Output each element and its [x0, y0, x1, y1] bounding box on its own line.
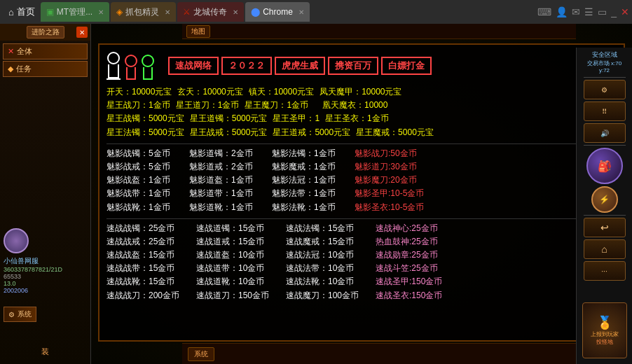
sz-xz3: 速战勋章:25金币 [376, 248, 438, 262]
mail-icon: ✉ [572, 6, 580, 18]
my-zd: 魅影战刀:50金币 [355, 147, 417, 160]
my-zk3: 魅影战盔：1金币 [107, 174, 184, 187]
skill-icon: ⚡ [599, 195, 610, 204]
settings-btn[interactable]: ⚙ [584, 80, 626, 99]
sz-sy6: 速战圣衣:150金币 [376, 289, 442, 302]
special-feature-btn[interactable]: 🏅 上报到玩家 投怪地 [582, 302, 627, 358]
bottom-bar: 系统 [182, 343, 576, 364]
item-xwzj: 星王战戒：5000元宝 [190, 126, 268, 139]
sz-fz1: 速战法镯：15金币 [286, 222, 370, 235]
meiying-line-5: 魅影战靴：1金币 魅影道靴：1金币 魅影法靴：1金币 魅影圣衣:10-5金币 [107, 201, 617, 214]
meiying-line-4: 魅影战带：1金币 魅影道带：1金币 魅影法带：1金币 魅影圣甲:10-5金币 [107, 187, 617, 200]
map-btn[interactable]: 地图 [186, 25, 210, 38]
system-bottom-btn[interactable]: 系统 [188, 347, 214, 361]
server-btn-4[interactable]: 携资百万 [328, 57, 378, 75]
sz-dj2: 速战道戒：15金币 [196, 235, 280, 248]
item-line-3: 星王战镯：5000元宝 星王道镯：5000元宝 星王圣甲：1 星王圣衣：1金币 [107, 112, 617, 125]
char-white-head [107, 52, 120, 64]
more-btn[interactable]: ··· [584, 261, 626, 281]
menu-item-all-label: 全体 [17, 46, 32, 57]
server-btn-2[interactable]: ２０２２ [221, 57, 272, 75]
top-mini-bar: 地图 [182, 24, 576, 39]
tab-chrome[interactable]: ⬤ Chrome ✕ [245, 2, 310, 22]
rt-separator-1 [584, 77, 626, 78]
tab-mt[interactable]: ▣ MT管理... ✕ [41, 2, 109, 22]
sz-md6: 速战魔刀：100金币 [286, 289, 370, 302]
home-game-btn[interactable]: ⌂ [584, 239, 626, 259]
tab-grab[interactable]: ◈ 抓包精灵 ✕ [111, 2, 176, 22]
gamepad-icon: ⌨ [537, 6, 551, 18]
sz-sx1: 速战神心:25金币 [376, 222, 438, 235]
skill-btn[interactable]: ⚡ [591, 186, 618, 213]
my-dk3: 魅影道盔：1金币 [189, 174, 266, 187]
my-zj2: 魅影战戒：5金币 [107, 160, 184, 174]
char-red-body [126, 67, 136, 80]
menu-icon: ☰ [584, 6, 593, 18]
equip-area: 装 [4, 346, 87, 357]
tab-grab-label: 抓包精灵 [125, 6, 159, 18]
sz-sj5: 速战圣甲:150金币 [376, 275, 442, 288]
tab-mt-close[interactable]: ✕ [98, 8, 104, 16]
my-md: 魅影魔刀:20金币 [355, 174, 417, 187]
menu-item-all[interactable]: ✕ 全体 [3, 43, 88, 59]
item-xwsj: 星王圣甲：1 [273, 112, 320, 125]
char-green [142, 55, 154, 80]
close-icon[interactable]: ✕ [621, 6, 629, 18]
grid-btn[interactable]: ⠿ [584, 102, 626, 121]
player-mp: 2002006 [4, 287, 62, 294]
my-zb4: 魅影战带：1金币 [107, 187, 184, 200]
suzhan-line-6: 速战战刀：200金币 速战道刀：150金币 速战魔刀：100金币 速战圣衣:15… [107, 289, 617, 302]
sz-db4: 速战道带：10金币 [196, 262, 280, 275]
coord-text: 安全区域 [584, 50, 626, 59]
my-fx5: 魅影法靴：1金币 [272, 201, 349, 214]
backpack-icon: 🎒 [598, 160, 612, 173]
server-btn-5[interactable]: 白嫖打金 [381, 57, 432, 75]
grab-icon: ◈ [116, 7, 123, 17]
my-sy5: 魅影圣衣:10-5金币 [355, 201, 424, 214]
sidebar-close[interactable]: ✕ [76, 27, 88, 38]
player-avatar [4, 228, 29, 253]
server-btn-3[interactable]: 虎虎生威 [275, 57, 325, 75]
info-panel[interactable]: 速战网络 ２０２２ 虎虎生威 携资百万 白嫖打金 [98, 43, 625, 342]
backpack-btn[interactable]: 🎒 [586, 148, 623, 184]
advance-btn[interactable]: 进阶之路 [27, 26, 64, 38]
char-display: 速战网络 ２０２２ 虎虎生威 携资百万 白嫖打金 [107, 52, 617, 80]
menu-item-task[interactable]: ◆ 任务 [3, 61, 88, 77]
system-area: ⚙ 系统 [4, 307, 36, 322]
tab-dragon-close[interactable]: ✕ [233, 8, 238, 16]
volume-btn[interactable]: 🔊 [584, 123, 626, 143]
home-tab[interactable]: ⌂ 首页 [3, 6, 41, 18]
sz-zd6: 速战战刀：200金币 [107, 289, 191, 302]
item-line-4: 星王法镯：5000元宝 星王战戒：5000元宝 星王道戒：5000元宝 星王魔戒… [107, 126, 617, 139]
system-btn[interactable]: ⚙ 系统 [4, 307, 36, 322]
item-xwfz: 星王法镯：5000元宝 [107, 126, 184, 139]
premium-items-section: 开天：10000元宝 玄天：10000元宝 镇天：10000元宝 凤天魔甲：10… [107, 85, 617, 139]
task-icon: ◆ [8, 64, 13, 74]
item-xwzh: 星王战镯：5000元宝 [107, 112, 184, 125]
my-dj2: 魅影道戒：2金币 [189, 160, 266, 174]
game-container: 进阶之路 ✕ ✕ 全体 ◆ 任务 小仙兽网服 3603378787821/21D… [0, 24, 632, 364]
sz-dl4: 速战斗笠:25金币 [376, 262, 438, 275]
char-figures [107, 52, 154, 80]
item-kaitian: 开天：10000元宝 [107, 85, 172, 99]
tab-chrome-close[interactable]: ✕ [298, 8, 304, 16]
tab-dragon[interactable]: ⚔ 龙城传奇 ✕ [177, 2, 244, 22]
item-xingwang1: 星王战刀：1金币 [107, 99, 170, 112]
divider-1 [107, 144, 617, 144]
player-hp: 13.0 [4, 280, 62, 287]
sz-dk3: 速战道盔：10金币 [196, 248, 280, 262]
item-xwdj: 星王道戒：5000元宝 [273, 126, 350, 139]
item-zhentian: 镇天：10000元宝 [249, 85, 314, 99]
rt-separator-3 [584, 215, 626, 216]
item-xwsy: 星王圣衣：1金币 [325, 112, 389, 125]
return-btn[interactable]: ↩ [584, 218, 626, 237]
item-xwmj: 星王魔戒：5000元宝 [356, 126, 434, 139]
suzhan-line-5: 速战战靴：15金币 速战道靴：10金币 速战法靴：10金币 速战圣甲:150金币 [107, 275, 617, 288]
tab-grab-close[interactable]: ✕ [165, 8, 170, 16]
server-btn-1[interactable]: 速战网络 [168, 57, 219, 75]
sz-zj2: 速战战戒：25金币 [107, 235, 191, 248]
suzhan-line-4: 速战战带：15金币 速战道带：10金币 速战法带：10金币 速战斗笠:25金币 [107, 262, 617, 275]
minimize-icon[interactable]: _ [611, 6, 617, 18]
meiying-line-3: 魅影战盔：1金币 魅影道盔：1金币 魅影法冠：1金币 魅影魔刀:20金币 [107, 174, 617, 187]
taskbar: ⌂ 首页 ▣ MT管理... ✕ ◈ 抓包精灵 ✕ ⚔ 龙城传奇 ✕ ⬤ Chr… [0, 0, 632, 24]
